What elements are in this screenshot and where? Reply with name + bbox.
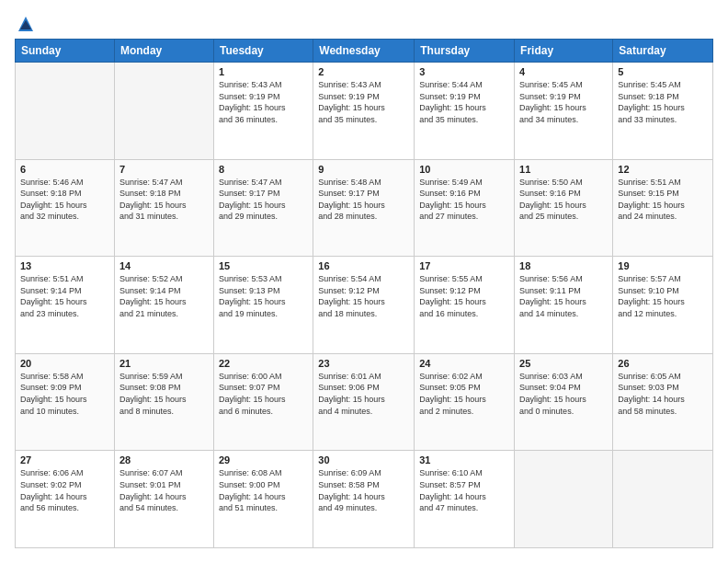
day-info: Sunrise: 5:43 AM Sunset: 9:19 PM Dayligh… [318,79,409,125]
weekday-header: Wednesday [313,40,415,63]
day-number: 20 [20,358,109,369]
day-info: Sunrise: 6:10 AM Sunset: 8:57 PM Dayligh… [419,467,509,513]
day-number: 14 [119,260,209,271]
page: SundayMondayTuesdayWednesdayThursdayFrid… [0,0,728,563]
day-number: 23 [318,358,409,369]
day-info: Sunrise: 5:58 AM Sunset: 9:09 PM Dayligh… [20,371,109,417]
day-info: Sunrise: 5:57 AM Sunset: 9:10 PM Dayligh… [618,273,708,319]
calendar-cell: 11Sunrise: 5:50 AM Sunset: 9:16 PM Dayli… [515,159,613,257]
day-number: 30 [318,454,409,465]
weekday-header-row: SundayMondayTuesdayWednesdayThursdayFrid… [16,40,713,63]
calendar-cell: 21Sunrise: 5:59 AM Sunset: 9:08 PM Dayli… [114,353,213,451]
calendar-cell: 17Sunrise: 5:55 AM Sunset: 9:12 PM Dayli… [415,257,515,354]
day-info: Sunrise: 5:44 AM Sunset: 9:19 PM Dayligh… [419,79,509,125]
weekday-header: Monday [114,40,213,63]
logo-icon [17,15,35,33]
calendar-week-row: 20Sunrise: 5:58 AM Sunset: 9:09 PM Dayli… [16,353,713,451]
calendar-cell: 26Sunrise: 6:05 AM Sunset: 9:03 PM Dayli… [613,353,713,451]
calendar-cell: 1Sunrise: 5:43 AM Sunset: 9:19 PM Daylig… [213,63,313,160]
calendar-cell: 15Sunrise: 5:53 AM Sunset: 9:13 PM Dayli… [213,257,313,354]
day-info: Sunrise: 5:45 AM Sunset: 9:19 PM Dayligh… [519,79,608,125]
day-number: 11 [519,164,608,175]
day-info: Sunrise: 5:49 AM Sunset: 9:16 PM Dayligh… [419,177,509,223]
day-number: 6 [20,164,109,175]
day-number: 26 [618,358,708,369]
day-info: Sunrise: 5:51 AM Sunset: 9:14 PM Dayligh… [20,273,109,319]
day-number: 15 [219,260,308,271]
day-number: 19 [618,260,708,271]
calendar-cell: 27Sunrise: 6:06 AM Sunset: 9:02 PM Dayli… [16,451,115,548]
day-info: Sunrise: 5:46 AM Sunset: 9:18 PM Dayligh… [20,177,109,223]
day-number: 5 [618,66,708,77]
calendar-cell: 16Sunrise: 5:54 AM Sunset: 9:12 PM Dayli… [313,257,415,354]
day-info: Sunrise: 5:51 AM Sunset: 9:15 PM Dayligh… [618,177,708,223]
day-info: Sunrise: 6:02 AM Sunset: 9:05 PM Dayligh… [419,371,509,417]
calendar-cell: 19Sunrise: 5:57 AM Sunset: 9:10 PM Dayli… [613,257,713,354]
day-info: Sunrise: 6:07 AM Sunset: 9:01 PM Dayligh… [119,467,209,513]
day-number: 1 [219,66,308,77]
day-number: 13 [20,260,109,271]
calendar-cell: 13Sunrise: 5:51 AM Sunset: 9:14 PM Dayli… [16,257,115,354]
day-info: Sunrise: 6:01 AM Sunset: 9:06 PM Dayligh… [318,371,409,417]
day-number: 4 [519,66,608,77]
day-number: 12 [618,164,708,175]
day-number: 24 [419,358,509,369]
calendar-cell: 23Sunrise: 6:01 AM Sunset: 9:06 PM Dayli… [313,353,415,451]
day-info: Sunrise: 6:08 AM Sunset: 9:00 PM Dayligh… [219,467,308,513]
day-info: Sunrise: 5:45 AM Sunset: 9:18 PM Dayligh… [618,79,708,125]
calendar-week-row: 13Sunrise: 5:51 AM Sunset: 9:14 PM Dayli… [16,257,713,354]
day-number: 16 [318,260,409,271]
day-info: Sunrise: 5:50 AM Sunset: 9:16 PM Dayligh… [519,177,608,223]
day-info: Sunrise: 5:55 AM Sunset: 9:12 PM Dayligh… [419,273,509,319]
day-info: Sunrise: 5:47 AM Sunset: 9:17 PM Dayligh… [219,177,308,223]
day-info: Sunrise: 5:47 AM Sunset: 9:18 PM Dayligh… [119,177,209,223]
day-info: Sunrise: 6:09 AM Sunset: 8:58 PM Dayligh… [318,467,409,513]
calendar-week-row: 6Sunrise: 5:46 AM Sunset: 9:18 PM Daylig… [16,159,713,257]
header [15,15,713,29]
day-info: Sunrise: 6:00 AM Sunset: 9:07 PM Dayligh… [219,371,308,417]
day-number: 29 [219,454,308,465]
day-number: 10 [419,164,509,175]
calendar-cell [114,63,213,160]
calendar-cell: 8Sunrise: 5:47 AM Sunset: 9:17 PM Daylig… [213,159,313,257]
day-info: Sunrise: 5:54 AM Sunset: 9:12 PM Dayligh… [318,273,409,319]
calendar-cell: 6Sunrise: 5:46 AM Sunset: 9:18 PM Daylig… [16,159,115,257]
day-info: Sunrise: 5:56 AM Sunset: 9:11 PM Dayligh… [519,273,608,319]
day-number: 2 [318,66,409,77]
calendar-cell: 14Sunrise: 5:52 AM Sunset: 9:14 PM Dayli… [114,257,213,354]
calendar-cell: 18Sunrise: 5:56 AM Sunset: 9:11 PM Dayli… [515,257,613,354]
day-info: Sunrise: 6:05 AM Sunset: 9:03 PM Dayligh… [618,371,708,417]
calendar-cell: 10Sunrise: 5:49 AM Sunset: 9:16 PM Dayli… [415,159,515,257]
calendar-cell [515,451,613,548]
calendar-cell: 9Sunrise: 5:48 AM Sunset: 9:17 PM Daylig… [313,159,415,257]
weekday-header: Saturday [613,40,713,63]
day-info: Sunrise: 5:53 AM Sunset: 9:13 PM Dayligh… [219,273,308,319]
calendar-week-row: 27Sunrise: 6:06 AM Sunset: 9:02 PM Dayli… [16,451,713,548]
calendar-cell: 20Sunrise: 5:58 AM Sunset: 9:09 PM Dayli… [16,353,115,451]
day-number: 28 [119,454,209,465]
calendar-cell [613,451,713,548]
calendar-cell: 30Sunrise: 6:09 AM Sunset: 8:58 PM Dayli… [313,451,415,548]
day-info: Sunrise: 5:43 AM Sunset: 9:19 PM Dayligh… [219,79,308,125]
calendar-cell: 25Sunrise: 6:03 AM Sunset: 9:04 PM Dayli… [515,353,613,451]
day-number: 25 [519,358,608,369]
day-number: 17 [419,260,509,271]
day-number: 21 [119,358,209,369]
day-number: 27 [20,454,109,465]
day-info: Sunrise: 5:52 AM Sunset: 9:14 PM Dayligh… [119,273,209,319]
calendar-cell: 29Sunrise: 6:08 AM Sunset: 9:00 PM Dayli… [213,451,313,548]
calendar: SundayMondayTuesdayWednesdayThursdayFrid… [15,39,713,548]
day-info: Sunrise: 5:48 AM Sunset: 9:17 PM Dayligh… [318,177,409,223]
calendar-cell: 3Sunrise: 5:44 AM Sunset: 9:19 PM Daylig… [415,63,515,160]
weekday-header: Friday [515,40,613,63]
calendar-week-row: 1Sunrise: 5:43 AM Sunset: 9:19 PM Daylig… [16,63,713,160]
day-number: 8 [219,164,308,175]
day-number: 9 [318,164,409,175]
calendar-cell: 5Sunrise: 5:45 AM Sunset: 9:18 PM Daylig… [613,63,713,160]
weekday-header: Thursday [415,40,515,63]
calendar-cell: 12Sunrise: 5:51 AM Sunset: 9:15 PM Dayli… [613,159,713,257]
day-number: 22 [219,358,308,369]
calendar-cell: 2Sunrise: 5:43 AM Sunset: 9:19 PM Daylig… [313,63,415,160]
day-info: Sunrise: 6:03 AM Sunset: 9:04 PM Dayligh… [519,371,608,417]
day-info: Sunrise: 5:59 AM Sunset: 9:08 PM Dayligh… [119,371,209,417]
